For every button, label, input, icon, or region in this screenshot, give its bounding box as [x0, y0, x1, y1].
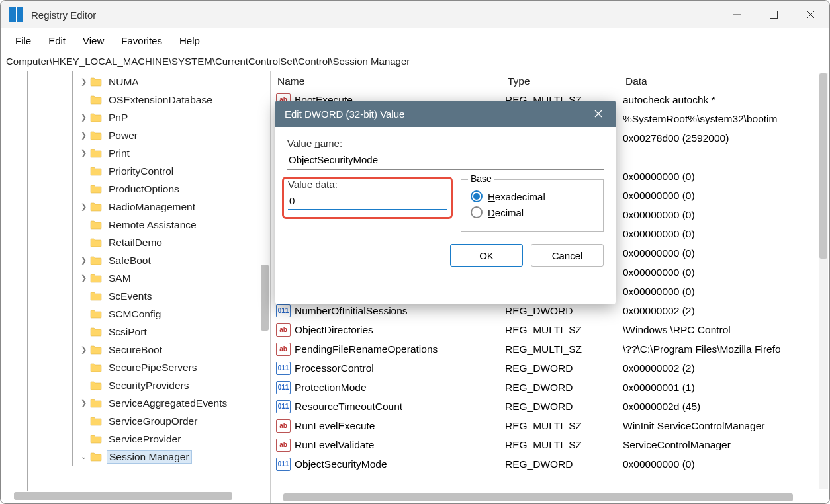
column-headers: Name Type Data: [271, 71, 829, 90]
tree-item[interactable]: ❯SafeBoot: [7, 251, 270, 269]
tree-item-label: SAM: [107, 273, 132, 284]
value-data-highlight: Value data:: [282, 177, 453, 219]
dialog-close-button[interactable]: [590, 106, 606, 122]
value-data: \Windows \RPC Control: [623, 324, 829, 336]
value-data: 0x00000000 (0): [623, 267, 829, 278]
tree-item[interactable]: SecurePipeServers: [7, 358, 270, 376]
chevron-icon[interactable]: ❯: [77, 149, 90, 157]
folder-icon: [90, 130, 103, 141]
tree-item[interactable]: SecurityProviders: [7, 376, 270, 394]
tree-item[interactable]: ❯PnP: [7, 108, 270, 126]
tree-item-label: ScsiPort: [107, 326, 148, 338]
folder-icon: [90, 327, 103, 337]
tree-scroll-thumb[interactable]: [261, 265, 269, 331]
value-type: REG_MULTI_SZ: [505, 324, 623, 336]
value-data: 0x00000000 (0): [623, 228, 829, 240]
folder-icon: [90, 362, 103, 373]
chevron-icon[interactable]: ❯: [77, 77, 90, 86]
tree-item[interactable]: ProductOptions: [7, 180, 270, 198]
cancel-button[interactable]: Cancel: [531, 244, 604, 267]
chevron-icon[interactable]: ❯: [77, 113, 90, 122]
value-data-field[interactable]: [288, 192, 447, 210]
value-data: 0x00000000 (0): [623, 209, 829, 221]
tree-item-label: Print: [107, 147, 131, 159]
value-data: %SystemRoot%\system32\bootim: [623, 113, 829, 125]
chevron-icon[interactable]: ❯: [77, 131, 90, 140]
folder-icon: [90, 291, 103, 302]
tree-item-label: RetailDemo: [107, 237, 163, 249]
tree-item-label: ServiceAggregatedEvents: [107, 398, 228, 409]
list-vscroll[interactable]: [819, 73, 828, 489]
tree-item[interactable]: ScsiPort: [7, 323, 270, 341]
value-type-icon: 011: [276, 381, 291, 394]
value-row[interactable]: abRunLevelValidateREG_MULTI_SZServiceCon…: [271, 435, 829, 454]
tree-item[interactable]: ❯SAM: [7, 269, 270, 287]
value-type-icon: 011: [276, 362, 291, 375]
value-name-field[interactable]: ObjectSecurityMode: [287, 151, 604, 170]
menu-favorites[interactable]: Favorites: [113, 32, 170, 49]
tree-item[interactable]: OSExtensionDatabase: [7, 91, 270, 108]
address-bar[interactable]: Computer\HKEY_LOCAL_MACHINE\SYSTEM\Curre…: [1, 53, 829, 71]
value-data: 0x00278d00 (2592000): [623, 132, 829, 144]
radio-dec[interactable]: Decimal: [471, 206, 594, 218]
tree-item[interactable]: ❯Print: [7, 144, 270, 162]
menu-edit[interactable]: Edit: [40, 32, 73, 49]
tree-item[interactable]: SCMConfig: [7, 305, 270, 323]
value-row[interactable]: abRunLevelExecuteREG_MULTI_SZWinInit Ser…: [271, 416, 829, 435]
chevron-icon[interactable]: ❯: [77, 256, 90, 265]
list-hscroll[interactable]: [283, 493, 793, 501]
value-type: REG_MULTI_SZ: [505, 343, 623, 355]
window-title: Registry Editor: [31, 9, 96, 21]
tree-item[interactable]: Remote Assistance: [7, 216, 270, 233]
tree-item-label: PnP: [107, 112, 129, 124]
tree-item[interactable]: ⌄Session Manager: [7, 448, 270, 466]
value-type: REG_DWORD: [505, 401, 623, 413]
tree-item[interactable]: ServiceProvider: [7, 430, 270, 448]
tree-item[interactable]: ❯Power: [7, 126, 270, 144]
col-name[interactable]: Name: [277, 75, 508, 87]
folder-icon: [90, 148, 103, 159]
minimize-button[interactable]: [718, 1, 755, 28]
menu-file[interactable]: File: [7, 32, 39, 49]
value-type-icon: ab: [276, 439, 291, 452]
value-row[interactable]: 011ProcessorControlREG_DWORD0x00000002 (…: [271, 358, 829, 378]
chevron-icon[interactable]: ⌄: [77, 452, 90, 461]
col-type[interactable]: Type: [508, 75, 625, 87]
tree-item[interactable]: PriorityControl: [7, 162, 270, 180]
value-row[interactable]: 011ResourceTimeoutCountREG_DWORD0x000000…: [271, 397, 829, 416]
value-type-icon: ab: [276, 419, 291, 433]
chevron-icon[interactable]: ❯: [77, 202, 90, 211]
chevron-icon[interactable]: ❯: [77, 345, 90, 354]
chevron-icon[interactable]: ❯: [77, 274, 90, 282]
col-data[interactable]: Data: [625, 75, 829, 87]
radio-hex[interactable]: Hexadecimal: [471, 190, 594, 202]
tree-item[interactable]: ServiceGroupOrder: [7, 412, 270, 430]
value-row[interactable]: abPendingFileRenameOperationsREG_MULTI_S…: [271, 339, 829, 358]
value-name: RunLevelExecute: [295, 420, 505, 432]
tree-item[interactable]: RetailDemo: [7, 233, 270, 251]
chevron-icon[interactable]: ❯: [77, 399, 90, 407]
tree-item[interactable]: ScEvents: [7, 287, 270, 305]
value-row[interactable]: 011ProtectionModeREG_DWORD0x00000001 (1): [271, 378, 829, 397]
maximize-button[interactable]: [755, 1, 792, 28]
folder-icon: [90, 220, 103, 230]
tree-item-label: OSExtensionDatabase: [107, 94, 214, 106]
value-row[interactable]: 011ObjectSecurityModeREG_DWORD0x00000000…: [271, 454, 829, 474]
tree-item[interactable]: ❯NUMA: [7, 73, 270, 91]
tree-item[interactable]: ❯ServiceAggregatedEvents: [7, 394, 270, 412]
value-name-label: Value name:: [287, 138, 604, 149]
value-name: ObjectDirectories: [295, 324, 505, 336]
tree-item[interactable]: ❯SecureBoot: [7, 341, 270, 358]
window-controls: [718, 1, 829, 28]
ok-button[interactable]: OK: [450, 244, 523, 267]
app-icon: [9, 7, 23, 22]
value-data: 0x00000000 (0): [623, 190, 829, 202]
value-row[interactable]: abObjectDirectoriesREG_MULTI_SZ\Windows …: [271, 320, 829, 339]
tree-item[interactable]: ❯RadioManagement: [7, 198, 270, 216]
folder-icon: [90, 398, 103, 409]
tree-hscroll[interactable]: [14, 492, 232, 500]
close-button[interactable]: [792, 1, 829, 28]
menu-help[interactable]: Help: [171, 32, 208, 49]
folder-icon: [90, 452, 103, 462]
menu-view[interactable]: View: [75, 32, 112, 49]
